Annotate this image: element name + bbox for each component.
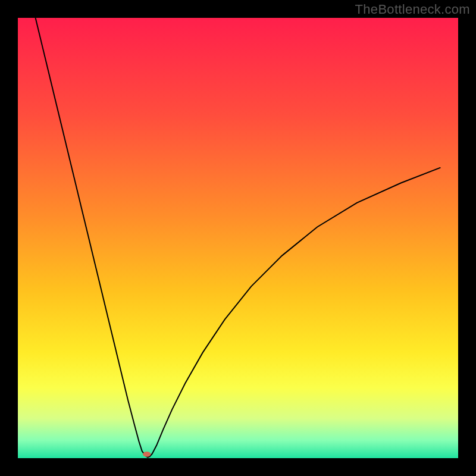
- optimal-point-marker: [143, 452, 151, 457]
- bottleneck-chart: [0, 0, 476, 476]
- watermark-text: TheBottleneck.com: [355, 2, 470, 17]
- plot-background: [18, 18, 458, 458]
- chart-frame: TheBottleneck.com: [0, 0, 476, 476]
